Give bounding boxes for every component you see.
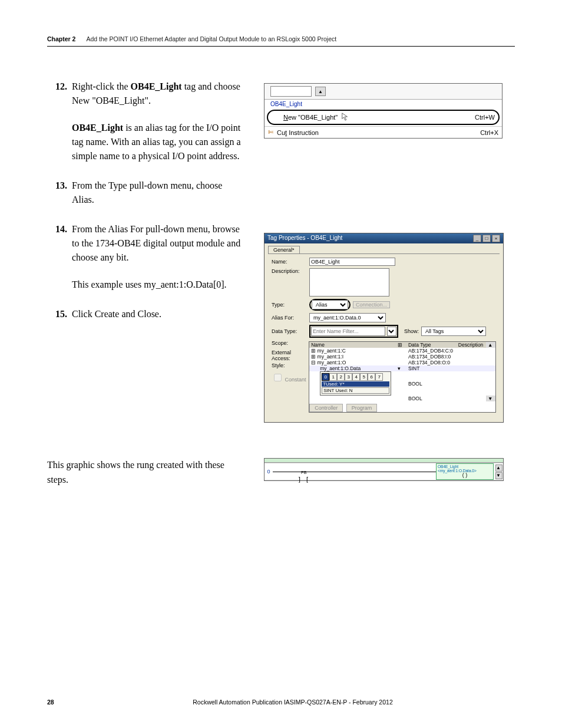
context-menu-screenshot: ▲ OB4E_Light New New "OB4E_Light""OB4E_L… — [264, 83, 503, 139]
type-select[interactable]: Alias — [312, 300, 348, 309]
bit-2[interactable]: 2 — [337, 373, 345, 381]
minimize-button[interactable]: _ — [473, 235, 481, 242]
menu-cut-instruction[interactable]: ✄ Cut Instruction Ctrl+X — [265, 126, 502, 138]
rung-caption: This graphic shows the rung created with… — [47, 458, 242, 487]
bit-0[interactable]: 0 — [322, 373, 329, 381]
label-name: Name: — [272, 259, 307, 265]
chapter-label: Chapter 2 — [47, 35, 75, 42]
spin-up-button[interactable]: ▲ — [315, 87, 326, 96]
output-coil: OB4E_Light <my_aent:1:O.Data.0> ( ) — [436, 463, 494, 480]
footer-text: Rockwell Automation Publication IASIMP-Q… — [71, 699, 515, 706]
datatype-filter[interactable] — [311, 327, 385, 336]
step-number: 15. — [47, 307, 72, 321]
label-show: Show: — [404, 328, 419, 334]
chapter-title: Add the POINT I/O Ethernet Adapter and D… — [86, 35, 336, 42]
step-number: 13. — [47, 179, 72, 193]
xic-contact-icon: ] [ — [297, 476, 309, 483]
aliasfor-select[interactable]: my_aent:1:O.Data.0 — [309, 313, 386, 322]
page-number: 28 — [47, 699, 71, 706]
page-footer: 28 Rockwell Automation Publication IASIM… — [47, 699, 515, 706]
label-aliasfor: Alias For: — [272, 315, 307, 321]
page-header: Chapter 2 Add the POINT I/O Ethernet Ada… — [47, 35, 515, 47]
cursor-icon — [341, 113, 349, 122]
description-input[interactable] — [309, 268, 389, 297]
connection-button[interactable]: Connection... — [353, 301, 390, 308]
scissors-icon: ✄ — [268, 129, 273, 136]
col-datatype: Data Type — [406, 342, 457, 348]
step-text: From the Alias For pull-down menu, brows… — [72, 222, 242, 292]
tag-browser[interactable]: Name ⊞ Data Type Description ▲ ⊞ my_aent… — [309, 341, 496, 413]
label-type: Type: — [272, 302, 307, 308]
tab-general[interactable]: General* — [268, 246, 300, 253]
label-style: Style: — [272, 363, 306, 368]
pb-label: PB — [301, 470, 306, 475]
bit-1[interactable]: 1 — [329, 373, 337, 381]
bit-5[interactable]: 5 — [360, 373, 368, 381]
name-input[interactable] — [309, 258, 395, 266]
maximize-button[interactable]: □ — [482, 235, 491, 242]
shortcut-label: Ctrl+W — [475, 114, 495, 121]
shortcut-label: Ctrl+X — [480, 129, 498, 136]
datatype-dropdown[interactable] — [387, 327, 396, 336]
tag-name-field[interactable] — [270, 86, 312, 97]
step-number: 14. — [47, 222, 72, 236]
bit-3[interactable]: 3 — [345, 373, 352, 381]
close-button[interactable]: × — [492, 235, 500, 242]
label-description: Description: — [272, 268, 307, 274]
scope-program-button[interactable]: Program — [346, 404, 378, 412]
col-description: Description — [457, 342, 486, 348]
tag-label: OB4E_Light — [265, 100, 502, 108]
bit-picker[interactable]: 01234567 TUsed: Y* SINT Used: N — [320, 371, 391, 396]
step-number: 12. — [47, 80, 72, 94]
svg-marker-0 — [342, 113, 348, 120]
bit-6[interactable]: 6 — [368, 373, 375, 381]
constant-checkbox[interactable] — [274, 374, 282, 381]
bit-7[interactable]: 7 — [375, 373, 383, 381]
label-external-access: External Access: — [272, 350, 306, 361]
rung-number: 0 — [265, 469, 273, 475]
instruction-list: 12. Right-click the OB4E_Light tag and c… — [47, 80, 242, 337]
bit-4[interactable]: 4 — [352, 373, 360, 381]
show-select[interactable]: All Tags — [421, 327, 486, 336]
scroll-down-icon[interactable]: ▼ — [495, 472, 503, 479]
scope-controller-button[interactable]: Controller — [309, 404, 343, 412]
step-text: From the Type pull-down menu, choose Ali… — [72, 179, 242, 207]
label-scope: Scope: — [272, 340, 306, 346]
scroll-up-icon[interactable]: ▲ — [495, 465, 503, 472]
col-name: Name — [309, 342, 396, 348]
step-text: Click Create and Close. — [72, 307, 242, 321]
dialog-title: Tag Properties - OB4E_Light — [267, 235, 342, 242]
ladder-rung-screenshot: 0 PB ] [ OB4E_Light <my_aent:1:O.Data.0>… — [264, 458, 504, 481]
label-datatype: Data Type: — [272, 328, 307, 334]
menu-new-tag[interactable]: New New "OB4E_Light""OB4E_Light" Ctrl+W — [267, 110, 500, 125]
tag-properties-dialog: Tag Properties - OB4E_Light _ □ × Genera… — [264, 233, 504, 423]
step-text: Right-click the OB4E_Light tag and choos… — [72, 80, 242, 163]
